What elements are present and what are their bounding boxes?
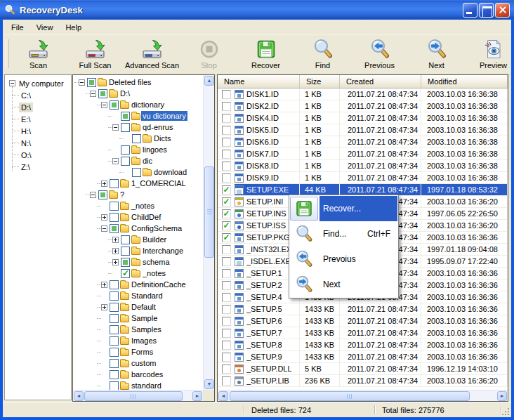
file-row[interactable]: _SETUP.71433 KB2011.07.21 08:47:342003.1… [218,327,508,339]
file-row[interactable]: DISK6.ID1 KB2011.07.21 08:47:342003.10.0… [218,136,508,148]
expand-plus-icon[interactable] [101,304,107,310]
tree-checkbox[interactable] [110,213,119,222]
tree-checkbox[interactable] [110,348,119,357]
file-checkbox[interactable] [222,365,231,374]
column-header-created[interactable]: Created [340,75,421,88]
collapse-expander-icon[interactable] [112,124,119,131]
toolbar-next-button[interactable]: Next [408,35,465,73]
folder-tree-item[interactable]: qd-enrus [73,122,203,133]
toolbar-full-scan-button[interactable]: Full Scan [67,35,124,73]
tree-checkbox[interactable] [87,78,96,87]
file-checkbox[interactable] [222,162,231,171]
file-row[interactable]: DISK7.ID1 KB2011.07.21 08:47:342003.10.0… [218,148,508,160]
file-checkbox[interactable] [222,293,231,302]
drive-tree-root[interactable]: My computer [5,77,71,89]
expand-plus-icon[interactable] [112,259,119,265]
tree-checkbox[interactable] [110,179,119,188]
tree-checkbox[interactable] [110,325,119,334]
drive-item[interactable]: E:\ [5,113,71,125]
tree-checkbox[interactable] [121,123,130,132]
folder-tree-item[interactable]: custom [73,357,203,369]
file-checkbox[interactable] [222,317,231,326]
tree-checkbox[interactable] [110,359,119,368]
file-checkbox[interactable] [222,376,231,386]
scroll-up-icon[interactable]: ▲ [204,76,214,86]
context-menu-item-find[interactable]: Find...Ctrl+F [290,221,397,247]
expand-plus-icon[interactable] [101,214,107,221]
file-checkbox[interactable] [222,305,231,314]
file-checkbox[interactable] [222,102,231,111]
file-horizontal-scrollbar[interactable]: ◄ ► [218,390,508,401]
file-checkbox[interactable] [222,281,231,290]
file-checkbox[interactable] [222,126,231,135]
tree-checkbox[interactable] [98,89,107,98]
folder-tree-item[interactable]: vu dictionary [73,110,203,122]
tree-checkbox[interactable] [110,381,119,391]
scroll-right-icon[interactable]: ► [192,391,202,401]
file-row[interactable]: DISK2.ID1 KB2011.07.21 08:47:342003.10.0… [218,100,508,112]
expand-plus-icon[interactable] [101,181,107,187]
toolbar-recover-button[interactable]: Recover [237,35,294,73]
toolbar-preview-button[interactable]: Preview [465,35,511,73]
expand-plus-icon[interactable] [112,237,119,243]
collapse-expander-icon[interactable] [9,80,15,86]
drive-item[interactable]: D:\ [5,101,71,113]
file-checkbox[interactable] [222,353,231,362]
tree-checkbox[interactable] [110,303,119,312]
toolbar-scan-button[interactable]: Scan [10,35,67,73]
collapse-expander-icon[interactable] [90,91,96,97]
file-checkbox[interactable] [222,90,231,99]
folder-tree-item[interactable]: Default [73,301,203,313]
folder-tree-item[interactable]: D:\ [73,88,203,99]
tree-checkbox[interactable] [132,134,141,143]
toolbar-previous-button[interactable]: Previous [351,35,408,73]
drive-item[interactable]: C:\ [5,89,71,101]
file-checkbox[interactable] [222,221,231,230]
folder-tree-item[interactable]: dictionary [73,99,203,110]
context-menu-item-recover[interactable]: Recover... [290,196,397,221]
column-header-name[interactable]: Name [218,75,300,88]
folder-tree-item[interactable]: Images [73,335,203,346]
folder-tree-item[interactable]: barcodes [73,369,203,380]
folder-tree-item[interactable]: ChildDef [73,211,203,223]
scroll-left-icon[interactable]: ◄ [74,391,84,401]
folder-tree-item[interactable]: lingoes [73,144,203,155]
file-checkbox[interactable] [222,138,231,147]
tree-checkbox[interactable] [110,314,119,323]
folder-tree-item[interactable]: download [73,166,203,178]
folder-tree-item[interactable]: 1_COMERCIAL [73,178,203,189]
context-menu-item-prevoius[interactable]: Prevoius [290,247,397,272]
collapse-expander-icon[interactable] [79,79,85,86]
column-header-modified[interactable]: Modified [421,75,508,88]
file-checkbox[interactable] [222,173,231,183]
file-checkbox[interactable] [222,245,231,254]
tree-checkbox[interactable] [110,280,119,289]
context-menu-item-next[interactable]: Next [290,272,397,297]
file-row[interactable]: _SETUP.51433 KB2011.07.21 08:47:342003.1… [218,303,508,315]
scrollbar-thumb[interactable] [230,391,470,401]
file-row[interactable]: _SETUP.81433 KB2011.07.21 08:47:342003.1… [218,339,508,351]
drive-item[interactable]: H:\ [5,125,71,137]
file-checkbox[interactable] [222,257,231,266]
tree-checkbox[interactable] [121,269,130,278]
folder-tree-item[interactable]: dic [73,155,203,166]
folder-tree-item[interactable]: ConfigSchema [73,223,203,234]
collapse-expander-icon[interactable] [90,192,96,198]
scroll-down-icon[interactable]: ▼ [204,379,214,389]
drive-item[interactable]: N:\ [5,137,71,149]
file-row[interactable]: _SETUP.61433 KB2011.07.21 08:47:342003.1… [218,315,508,327]
folder-tree-item[interactable]: Forms [73,346,203,357]
tree-checkbox[interactable] [121,157,130,166]
drive-item[interactable]: Z:\ [5,161,71,173]
folder-tree-item[interactable]: Builder [73,234,203,245]
file-checkbox[interactable] [222,185,231,195]
collapse-expander-icon[interactable] [101,102,107,108]
tree-checkbox[interactable] [121,247,130,256]
expand-plus-icon[interactable] [112,248,119,254]
minimize-button[interactable] [463,3,477,18]
folder-horizontal-scrollbar[interactable]: ◄ ► [73,390,203,401]
folder-tree-item[interactable]: _notes [73,268,203,279]
tree-checkbox[interactable] [110,370,119,379]
file-checkbox[interactable] [222,150,231,159]
tree-checkbox[interactable] [110,291,119,301]
